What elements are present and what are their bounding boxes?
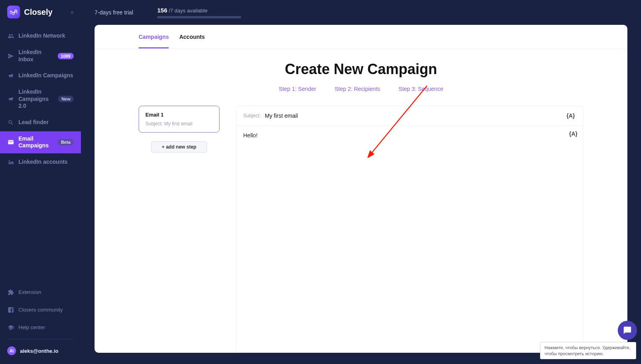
browser-back-tooltip: Нажмите, чтобы вернуться. Удерживайте, ч… [540, 342, 636, 359]
email-composer: Subject: {A} {A} [236, 106, 583, 353]
tab-campaigns[interactable]: Campaigns [139, 34, 169, 48]
subject-label: Subject: [243, 113, 265, 119]
topbar: 7-days free trial 156 /7 days available [81, 0, 641, 25]
insert-token-button-subject[interactable]: {A} [565, 112, 576, 120]
sidebar-item-email-campaigns[interactable]: Email Campaigns Beta [0, 131, 81, 153]
sidebar-item-linkedin-campaigns-2[interactable]: LinkedIn Campaigns 2.0 New [0, 84, 81, 114]
sidebar-item-lead-finder[interactable]: Lead finder [0, 114, 81, 131]
megaphone-icon [7, 72, 14, 79]
sidebar-item-label: LinkedIn Campaigns [18, 72, 74, 79]
sidebar-item-label: LinkedIn Campaigns 2.0 [18, 88, 54, 110]
sidebar-nav: LinkedIn Network LinkedIn Inbox 1089 Lin… [0, 22, 81, 284]
sidebar-item-label: Closers community [18, 307, 74, 313]
graduation-cap-icon [7, 324, 14, 331]
sidebar-item-extension[interactable]: Extension [0, 284, 81, 301]
sidebar-item-label: LinkedIn accounts [18, 159, 74, 166]
top-tabs: Campaigns Accounts [95, 25, 627, 49]
sidebar-item-label: LinkedIn Inbox [18, 49, 54, 63]
users-icon [7, 32, 14, 40]
brand-name: Closely [24, 8, 67, 17]
subject-input[interactable] [265, 113, 565, 119]
sidebar-item-closers-community[interactable]: Closers community [0, 301, 81, 319]
step-recipients[interactable]: Step 2: Recipients [335, 86, 380, 92]
add-step-button[interactable]: + add new step [151, 141, 207, 153]
sequence-email-card[interactable]: Email 1 Subject: My first email [139, 106, 220, 133]
sidebar-collapse-icon[interactable]: « [71, 9, 74, 15]
step-sequence[interactable]: Step 3: Sequence [399, 86, 443, 92]
sidebar: Closely « LinkedIn Network LinkedIn Inbo… [0, 0, 81, 364]
search-icon [7, 119, 14, 126]
sidebar-item-label: Lead finder [18, 119, 74, 126]
insert-token-button-body[interactable]: {A} [567, 130, 579, 138]
tab-accounts[interactable]: Accounts [179, 34, 205, 48]
puzzle-icon [7, 289, 14, 296]
send-icon [7, 52, 14, 60]
new-badge: New [58, 96, 74, 102]
sidebar-item-label: LinkedIn Network [18, 32, 74, 40]
sidebar-item-help-center[interactable]: Help center [0, 319, 81, 336]
email-card-title: Email 1 [145, 112, 213, 118]
sidebar-item-label: Extension [18, 289, 74, 296]
wizard-steps: Step 1: Sender Step 2: Recipients Step 3… [95, 86, 627, 92]
beta-badge: Beta [58, 139, 74, 145]
user-email: aleks@onthe.io [20, 348, 58, 354]
avatar: Al [7, 346, 16, 355]
support-chat-button[interactable] [618, 321, 637, 340]
brand-logo-icon [7, 6, 20, 18]
trial-progress [157, 16, 241, 18]
facebook-icon [7, 306, 14, 314]
trial-days: 156 /7 days available [157, 7, 241, 14]
sidebar-item-label: Help center [18, 324, 74, 331]
sidebar-item-linkedin-accounts[interactable]: LinkedIn accounts [0, 153, 81, 171]
mail-icon [7, 139, 14, 146]
email-body-input[interactable] [237, 126, 564, 352]
sidebar-item-linkedin-campaigns[interactable]: LinkedIn Campaigns [0, 67, 81, 84]
sidebar-item-linkedin-network[interactable]: LinkedIn Network [0, 27, 81, 45]
sidebar-item-linkedin-inbox[interactable]: LinkedIn Inbox 1089 [0, 45, 81, 67]
sidebar-item-label: Email Campaigns [18, 135, 54, 149]
step-sender[interactable]: Step 1: Sender [279, 86, 316, 92]
page-title: Create New Campaign [95, 61, 627, 78]
trial-text: 7-days free trial [95, 9, 133, 16]
inbox-count-badge: 1089 [58, 53, 74, 59]
email-card-subject: Subject: My first email [145, 121, 213, 127]
megaphone-icon [7, 95, 14, 103]
linkedin-icon [7, 159, 14, 166]
user-menu[interactable]: Al aleks@onthe.io [0, 342, 81, 360]
